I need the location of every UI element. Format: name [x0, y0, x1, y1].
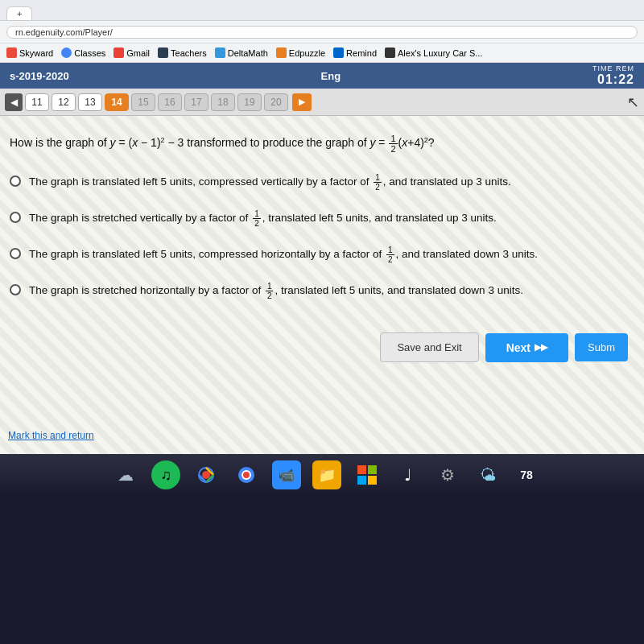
bookmark-classes[interactable]: Classes: [61, 47, 105, 58]
taskbar-weather-icon[interactable]: 🌤: [473, 460, 502, 489]
option-a-text: The graph is translated left 5 units, co…: [29, 173, 511, 192]
year-label: s-2019-2020: [10, 70, 69, 82]
timer-section: TIME REM 01:22: [592, 64, 634, 87]
eng-label: Eng: [321, 70, 341, 82]
nav-tab-13[interactable]: 13: [78, 93, 102, 111]
option-d-text: The graph is stretched horizontally by a…: [29, 282, 523, 300]
nav-tabs-bar: ◀ 11 12 13 14 15 16 17 18 19 20 ▶ ↖: [0, 89, 644, 116]
bookmark-alex[interactable]: Alex's Luxury Car S...: [385, 47, 482, 58]
option-d[interactable]: The graph is stretched horizontally by a…: [10, 282, 628, 300]
timer-label: TIME REM: [592, 64, 634, 72]
bookmarks-bar: Skyward Classes Gmail Teachers DeltaMath…: [0, 43, 644, 63]
bookmark-gmail[interactable]: Gmail: [114, 47, 150, 58]
next-arrow-icon: ▶▶: [535, 342, 547, 353]
bookmark-deltamath[interactable]: DeltaMath: [215, 47, 268, 58]
edgenuity-header: s-2019-2020 Eng TIME REM 01:22: [0, 63, 644, 89]
nav-tab-18[interactable]: 18: [211, 93, 235, 111]
bookmark-skyward[interactable]: Skyward: [6, 47, 53, 58]
option-c-text: The graph is translated left 5 units, co…: [29, 246, 538, 264]
svg-point-1: [202, 471, 210, 479]
svg-point-4: [243, 472, 250, 478]
taskbar-store-icon[interactable]: [353, 460, 382, 489]
nav-prev-button[interactable]: ◀: [5, 93, 23, 111]
taskbar-tiktok-icon[interactable]: ♩: [393, 460, 422, 489]
address-bar-row: rn.edgenuity.com/Player/: [0, 21, 644, 43]
option-a[interactable]: The graph is translated left 5 units, co…: [10, 173, 628, 192]
bottom-action-bar: Save and Exit Next ▶▶ Subm: [10, 324, 628, 362]
taskbar-files-icon[interactable]: 📁: [312, 460, 341, 489]
nav-tab-16[interactable]: 16: [158, 93, 182, 111]
bookmark-edpuzzle[interactable]: Edpuzzle: [276, 47, 325, 58]
nav-play-button[interactable]: ▶: [292, 93, 312, 111]
bookmark-remind[interactable]: Remind: [333, 47, 377, 58]
nav-tab-15[interactable]: 15: [131, 93, 155, 111]
radio-b[interactable]: [10, 212, 21, 223]
nav-tab-11[interactable]: 11: [25, 93, 49, 111]
next-button[interactable]: Next ▶▶: [485, 333, 568, 362]
taskbar-chrome-icon[interactable]: [192, 460, 221, 489]
browser-tab-bar: +: [0, 0, 644, 21]
next-button-label: Next: [506, 341, 530, 354]
nav-tab-19[interactable]: 19: [237, 93, 262, 111]
taskbar: ☁ ♫ 📹 📁 ♩ ⚙ 🌤 78: [0, 454, 644, 496]
radio-c[interactable]: [10, 248, 21, 259]
taskbar-time: 78: [520, 469, 533, 481]
svg-rect-8: [368, 476, 377, 485]
browser-tab[interactable]: +: [6, 6, 32, 20]
bookmark-teachers[interactable]: Teachers: [158, 47, 207, 58]
timer-value: 01:22: [597, 72, 634, 87]
taskbar-spotify-icon[interactable]: ♫: [151, 460, 180, 489]
nav-tab-12[interactable]: 12: [52, 93, 76, 111]
option-b[interactable]: The graph is stretched vertically by a f…: [10, 209, 628, 228]
nav-tab-17[interactable]: 17: [184, 93, 208, 111]
taskbar-zoom-icon[interactable]: 📹: [272, 460, 301, 489]
content-area: How is the graph of y = (x − 1)2 − 3 tra…: [0, 116, 644, 454]
svg-rect-6: [368, 465, 377, 474]
address-bar[interactable]: rn.edgenuity.com/Player/: [6, 26, 638, 39]
save-exit-button[interactable]: Save and Exit: [380, 332, 478, 362]
radio-d[interactable]: [10, 284, 21, 295]
option-b-text: The graph is stretched vertically by a f…: [29, 209, 497, 228]
svg-rect-7: [357, 476, 366, 485]
taskbar-chrome2-icon[interactable]: [232, 460, 261, 489]
cursor-indicator: ↖: [627, 93, 639, 111]
question-text: How is the graph of y = (x − 1)2 − 3 tra…: [10, 134, 628, 154]
nav-tab-14-active[interactable]: 14: [105, 93, 129, 111]
submit-button[interactable]: Subm: [575, 333, 628, 361]
radio-a[interactable]: [10, 175, 21, 187]
svg-rect-5: [357, 465, 366, 474]
taskbar-settings-icon[interactable]: ⚙: [433, 460, 462, 489]
nav-tab-20[interactable]: 20: [264, 93, 288, 111]
taskbar-cloud-icon[interactable]: ☁: [111, 460, 140, 489]
option-c[interactable]: The graph is translated left 5 units, co…: [10, 246, 628, 264]
mark-return-link[interactable]: Mark this and return: [8, 430, 94, 441]
